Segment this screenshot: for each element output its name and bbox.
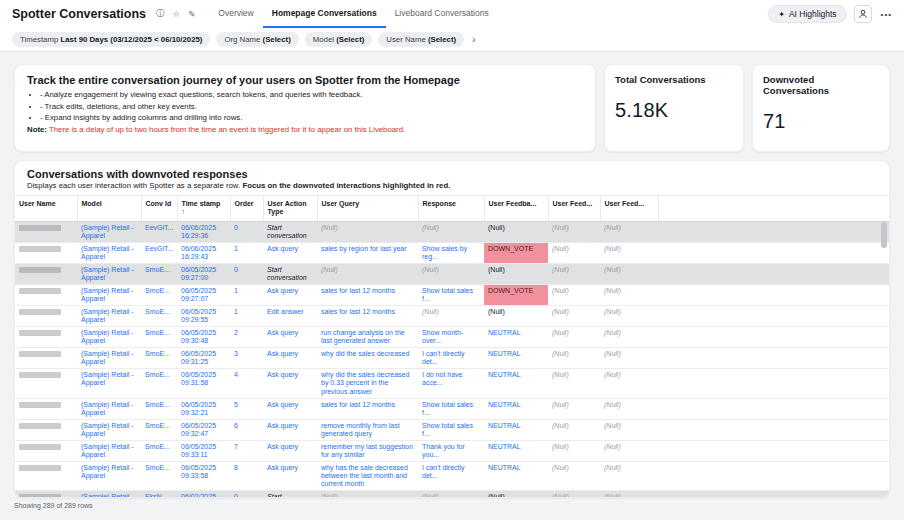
cell-user-query[interactable]: sales for last 12 months (317, 285, 418, 306)
table-row[interactable]: (Sample) Retail - ApparelSmoE...06/05/20… (15, 306, 889, 327)
cell-order[interactable]: 1 (230, 242, 263, 263)
column-header-order[interactable]: Order (230, 196, 263, 222)
cell-user-feedback-3[interactable]: (Null) (600, 440, 658, 461)
cell-user-name[interactable] (15, 398, 77, 419)
cell-timestamp[interactable]: 06/06/202516:29:36 (177, 221, 230, 242)
cell-filler[interactable] (658, 348, 889, 369)
cell-model[interactable]: (Sample) Retail - Apparel (77, 263, 141, 284)
cell-user-feedback-3[interactable]: (Null) (600, 285, 658, 306)
cell-response[interactable]: (Null) (418, 491, 484, 498)
cell-filler[interactable] (658, 491, 889, 498)
column-header-response[interactable]: Response (418, 196, 484, 222)
cell-model[interactable]: (Sample) Retail - Apparel (77, 461, 141, 490)
cell-user-feedback-2[interactable]: (Null) (548, 461, 600, 490)
cell-user-feedback[interactable]: DOWN_VOTE (484, 285, 548, 306)
cell-model[interactable]: (Sample) Retail - Apparel (77, 327, 141, 348)
cell-timestamp[interactable]: 06/05/202509:33:58 (177, 461, 230, 490)
table-row[interactable]: (Sample) Retail - ApparelSmoE...06/05/20… (15, 440, 889, 461)
cell-user-query[interactable]: (Null) (317, 263, 418, 284)
cell-user-feedback[interactable]: NEUTRAL (484, 398, 548, 419)
cell-user-action-type[interactable]: Ask query (263, 369, 317, 398)
cell-user-feedback[interactable]: (Null) (484, 306, 548, 327)
cell-conv-id[interactable]: EevGiT... (141, 221, 177, 242)
cell-user-feedback-2[interactable]: (Null) (548, 348, 600, 369)
cell-timestamp[interactable]: 06/05/202509:30:48 (177, 327, 230, 348)
column-header-model[interactable]: Model (77, 196, 141, 222)
filter-chip-model[interactable]: Model (Select) (305, 32, 373, 47)
cell-filler[interactable] (658, 461, 889, 490)
cell-user-query[interactable]: remember my last suggestion for any simi… (317, 440, 418, 461)
cell-filler[interactable] (658, 306, 889, 327)
cell-user-feedback[interactable]: DOWN_VOTE (484, 242, 548, 263)
cell-user-feedback-3[interactable]: (Null) (600, 263, 658, 284)
cell-filler[interactable] (658, 369, 889, 398)
cell-response[interactable]: (Null) (418, 221, 484, 242)
cell-user-feedback[interactable]: NEUTRAL (484, 440, 548, 461)
filter-chip-user-name[interactable]: User Name (Select) (378, 32, 464, 47)
cell-user-action-type[interactable]: Ask query (263, 461, 317, 490)
table-row[interactable]: (Sample) Retail - ApparelSmoE...06/05/20… (15, 327, 889, 348)
table-row[interactable]: (Sample) Retail - ApparelSmoE...06/05/20… (15, 263, 889, 284)
cell-user-name[interactable] (15, 242, 77, 263)
cell-user-name[interactable] (15, 285, 77, 306)
cell-filler[interactable] (658, 398, 889, 419)
cell-user-feedback-2[interactable]: (Null) (548, 242, 600, 263)
cell-user-feedback-3[interactable]: (Null) (600, 491, 658, 498)
column-header-user-feedba[interactable]: User Feedba... (484, 196, 548, 222)
cell-user-feedback-2[interactable]: (Null) (548, 491, 600, 498)
cell-model[interactable]: (Sample) Retail - Apparel (77, 440, 141, 461)
cell-user-feedback-2[interactable]: (Null) (548, 419, 600, 440)
cell-user-feedback[interactable]: (Null) (484, 263, 548, 284)
cell-user-feedback[interactable]: (Null) (484, 221, 548, 242)
cell-conv-id[interactable]: EevGiT... (141, 242, 177, 263)
column-header-conv-id[interactable]: Conv Id (141, 196, 177, 222)
cell-model[interactable]: (Sample) Retail - Apparel (77, 306, 141, 327)
cell-user-feedback-2[interactable]: (Null) (548, 398, 600, 419)
cell-response[interactable]: Show month-over... (418, 327, 484, 348)
cell-order[interactable]: 0 (230, 263, 263, 284)
cell-user-feedback-3[interactable]: (Null) (600, 221, 658, 242)
cell-order[interactable]: 0 (230, 491, 263, 498)
cell-user-name[interactable] (15, 263, 77, 284)
column-header-user-query[interactable]: User Query (317, 196, 418, 222)
cell-response[interactable]: Show total sales f... (418, 419, 484, 440)
cell-user-query[interactable]: run change analysis on the last generate… (317, 327, 418, 348)
cell-order[interactable]: 1 (230, 285, 263, 306)
cell-timestamp[interactable]: 06/05/202509:27:00 (177, 263, 230, 284)
cell-timestamp[interactable]: 06/02/202505:03:13 (177, 491, 230, 498)
cell-user-action-type[interactable]: Start conversation (263, 491, 317, 498)
cell-user-feedback[interactable]: NEUTRAL (484, 369, 548, 398)
cell-user-action-type[interactable]: Start conversation (263, 221, 317, 242)
cell-order[interactable]: 1 (230, 306, 263, 327)
cell-user-feedback-3[interactable]: (Null) (600, 242, 658, 263)
cell-user-query[interactable]: remove monthly from last generated query (317, 419, 418, 440)
cell-user-feedback-3[interactable]: (Null) (600, 306, 658, 327)
cell-response[interactable]: I do not have acce... (418, 369, 484, 398)
cell-user-name[interactable] (15, 461, 77, 490)
column-header-user-name[interactable]: User Name (15, 196, 77, 222)
cell-user-name[interactable] (15, 440, 77, 461)
cell-user-name[interactable] (15, 221, 77, 242)
cell-timestamp[interactable]: 06/05/202509:33:11 (177, 440, 230, 461)
cell-response[interactable]: Show total sales f... (418, 398, 484, 419)
cell-timestamp[interactable]: 06/05/202509:27:07 (177, 285, 230, 306)
cell-timestamp[interactable]: 06/05/202509:29:55 (177, 306, 230, 327)
cell-filler[interactable] (658, 242, 889, 263)
cell-order[interactable]: 5 (230, 398, 263, 419)
cell-order[interactable]: 6 (230, 419, 263, 440)
cell-model[interactable]: (Sample) Retail - Apparel (77, 348, 141, 369)
table-row[interactable]: (Sample) Retail - ApparelEevGiT...06/06/… (15, 242, 889, 263)
cell-user-action-type[interactable]: Edit answer (263, 306, 317, 327)
cell-user-query[interactable]: (Null) (317, 221, 418, 242)
cell-conv-id[interactable]: SmoE... (141, 285, 177, 306)
table-row[interactable]: (Sample) Retail - ApparelEksN_...06/02/2… (15, 491, 889, 498)
vertical-scrollbar[interactable] (881, 220, 887, 493)
cell-user-feedback-3[interactable]: (Null) (600, 461, 658, 490)
share-button[interactable] (854, 5, 872, 23)
table-row[interactable]: (Sample) Retail - ApparelSmoE...06/05/20… (15, 419, 889, 440)
cell-user-feedback-3[interactable]: (Null) (600, 419, 658, 440)
cell-user-query[interactable]: sales for last 12 months (317, 398, 418, 419)
cell-user-action-type[interactable]: Ask query (263, 419, 317, 440)
cell-user-feedback-2[interactable]: (Null) (548, 285, 600, 306)
cell-user-feedback[interactable]: (Null) (484, 491, 548, 498)
